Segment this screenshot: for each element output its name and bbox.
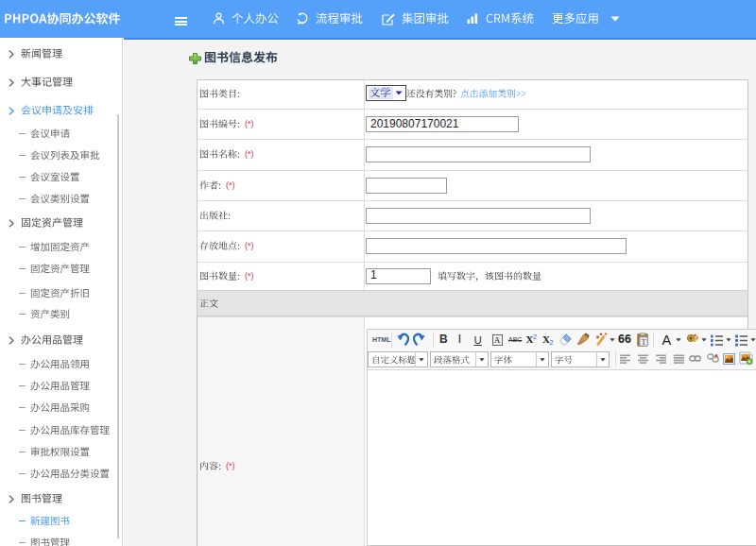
svg-text:T: T [641,337,646,347]
